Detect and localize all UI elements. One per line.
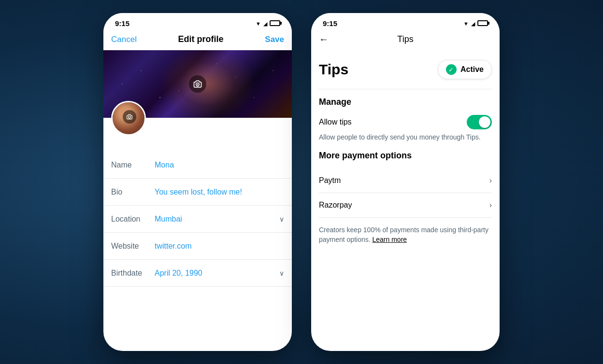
name-field-row[interactable]: Name Mona (103, 152, 292, 179)
location-value: Mumbai (155, 215, 275, 224)
allow-tips-label: Allow tips (319, 118, 352, 126)
paytm-chevron-icon: › (489, 176, 492, 185)
wifi-icon-2 (463, 19, 469, 28)
location-field-row[interactable]: Location Mumbai ∨ (103, 206, 292, 233)
more-payments-title: More payment options (319, 151, 492, 161)
learn-more-link[interactable]: Learn more (373, 236, 407, 243)
active-check-icon: ✓ (446, 64, 457, 75)
website-label: Website (111, 242, 155, 251)
birthdate-value: April 20, 1990 (155, 269, 275, 278)
birthdate-label: Birthdate (111, 269, 155, 278)
tips-phone: 9:15 ← Tips Tips ✓ Active Manage Allow t… (311, 13, 500, 351)
svg-point-2 (129, 116, 131, 118)
wifi-icon (256, 19, 261, 28)
cover-nebula-bg (159, 50, 256, 118)
status-time-2: 9:15 (323, 19, 337, 28)
tips-page-title: Tips (319, 61, 348, 78)
avatar-area (103, 118, 292, 142)
divider-1 (319, 89, 492, 89)
website-value: twitter.com (155, 242, 284, 251)
avatar-camera-button[interactable] (123, 110, 136, 124)
location-label: Location (111, 215, 155, 224)
battery-icon-2 (477, 20, 488, 26)
signal-icon-2 (471, 19, 475, 28)
location-chevron-icon: ∨ (279, 215, 284, 223)
battery-icon (270, 20, 280, 26)
status-bar-2: 9:15 (311, 13, 500, 30)
bio-value: You seem lost, follow me! (155, 188, 284, 196)
bio-field-row[interactable]: Bio You seem lost, follow me! (103, 179, 292, 206)
footer-note: Creators keep 100% of payments made usin… (319, 225, 492, 244)
signal-icon (263, 19, 267, 28)
razorpay-label: Razorpay (319, 201, 352, 210)
active-label: Active (460, 65, 484, 74)
website-field-row[interactable]: Website twitter.com (103, 233, 292, 260)
status-icons-2 (463, 19, 488, 28)
edit-profile-phone: 9:15 Cancel Edit profile Save (103, 13, 292, 351)
tips-nav: ← Tips (311, 30, 500, 50)
tips-header: Tips ✓ Active (319, 60, 492, 79)
toggle-thumb (479, 116, 490, 128)
razorpay-chevron-icon: › (489, 201, 492, 210)
profile-fields: Name Mona Bio You seem lost, follow me! … (103, 142, 292, 351)
status-time-1: 9:15 (115, 19, 129, 28)
edit-profile-nav: Cancel Edit profile Save (103, 30, 292, 50)
active-badge[interactable]: ✓ Active (438, 60, 492, 79)
name-label: Name (111, 161, 155, 169)
status-icons-1 (256, 19, 280, 28)
paytm-row[interactable]: Paytm › (319, 168, 492, 193)
manage-section-title: Manage (319, 97, 492, 107)
allow-tips-description: Allow people to directly send you money … (319, 133, 492, 141)
birthdate-field-row[interactable]: Birthdate April 20, 1990 ∨ (103, 260, 292, 287)
name-value: Mona (155, 161, 284, 169)
allow-tips-toggle[interactable] (467, 115, 492, 129)
tips-nav-title: Tips (397, 34, 413, 44)
cover-camera-button[interactable] (189, 75, 206, 93)
status-bar-1: 9:15 (103, 13, 292, 30)
razorpay-row[interactable]: Razorpay › (319, 193, 492, 218)
page-title: Edit profile (178, 34, 224, 44)
svg-point-1 (197, 84, 199, 85)
cancel-button[interactable]: Cancel (111, 35, 137, 44)
allow-tips-row: Allow tips (319, 115, 492, 129)
save-button[interactable]: Save (265, 35, 284, 44)
bio-label: Bio (111, 188, 155, 196)
birthdate-chevron-icon: ∨ (279, 269, 284, 277)
back-button[interactable]: ← (319, 34, 329, 45)
tips-content: Tips ✓ Active Manage Allow tips Allow pe… (311, 50, 500, 351)
paytm-label: Paytm (319, 176, 341, 185)
